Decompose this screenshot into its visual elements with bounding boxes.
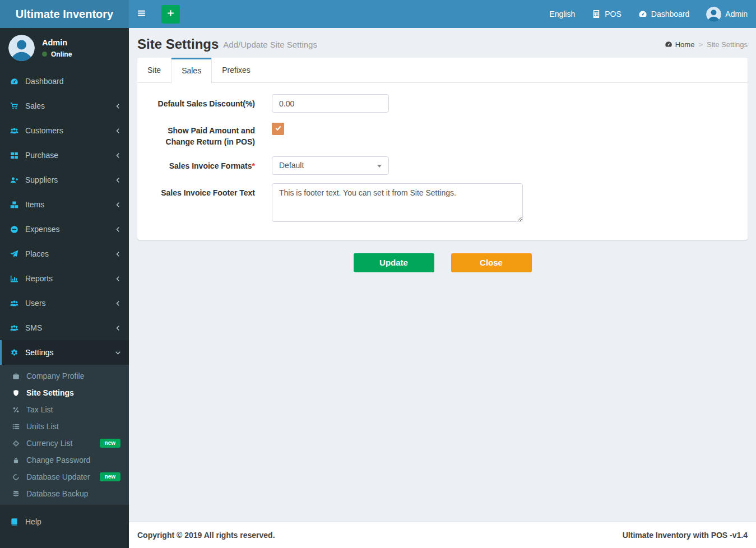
submenu-item-label: Database Updater: [26, 472, 90, 481]
sales-tab-content: Default Sales Discount(%) Show Paid Amou…: [137, 83, 748, 240]
sidebar-item-purchase[interactable]: Purchase: [0, 143, 129, 168]
sidebar-item-label: Suppliers: [25, 175, 58, 184]
user-avatar-icon: [706, 7, 721, 22]
app-root: Ultimate Inventory English POS Dashboard: [0, 0, 756, 548]
breadcrumb: Home > Site Settings: [665, 40, 748, 49]
sidebar-item-company-profile[interactable]: Company Profile: [0, 368, 129, 384]
briefcase-icon: [12, 373, 26, 380]
shield-icon: [12, 389, 26, 397]
sidebar-item-database-updater[interactable]: Database Updater new: [0, 468, 129, 485]
page-subtitle: Add/Update Site Settings: [223, 40, 317, 49]
chevron-left-icon: [115, 128, 121, 134]
submenu-item-label: Change Password: [26, 456, 90, 465]
user-name: Admin: [42, 38, 72, 47]
sidebar-item-currency-list[interactable]: Currency List new: [0, 435, 129, 452]
sales-invoice-footer-textarea[interactable]: This is footer text. You can set it from…: [272, 183, 523, 222]
online-status-dot: [42, 52, 47, 57]
quick-add-button[interactable]: [161, 5, 180, 24]
chevron-left-icon: [115, 276, 121, 282]
new-badge: new: [100, 472, 120, 481]
brand-logo[interactable]: Ultimate Inventory: [0, 0, 129, 28]
avatar: [8, 35, 35, 61]
database-icon: [12, 490, 26, 498]
default-sales-discount-input[interactable]: [272, 94, 389, 113]
chevron-left-icon: [115, 251, 121, 257]
status-label: Online: [51, 50, 72, 58]
form-row-invoice-format: Sales Invoice Formats* Default: [143, 156, 742, 175]
sidebar-item-places[interactable]: Places: [0, 242, 129, 266]
list-icon: [12, 423, 26, 430]
sidebar-item-label: Users: [25, 299, 46, 308]
cubes-icon: [10, 201, 25, 209]
submenu-item-label: Tax List: [26, 405, 53, 414]
sales-invoice-format-select[interactable]: Default: [272, 156, 389, 175]
show-paid-amount-label: Show Paid Amount and Change Return (in P…: [143, 121, 272, 148]
page-footer: Copyright © 2019 All rights reserved. Ul…: [129, 522, 756, 548]
sidebar-item-sms[interactable]: SMS: [0, 315, 129, 340]
submenu-item-label: Company Profile: [26, 371, 85, 380]
sidebar-item-site-settings[interactable]: Site Settings: [0, 384, 129, 401]
sales-invoice-footer-label: Sales Invoice Footer Text: [143, 183, 272, 198]
minus-circle-icon: [10, 225, 25, 234]
calculator-icon: [592, 10, 601, 18]
sidebar-item-database-backup[interactable]: Database Backup: [0, 485, 129, 502]
submenu-item-label: Database Backup: [26, 489, 89, 498]
content-header: Site Settings Add/Update Site Settings H…: [129, 28, 756, 58]
sidebar-item-customers[interactable]: Customers: [0, 118, 129, 143]
sidebar-item-reports[interactable]: Reports: [0, 266, 129, 291]
dashboard-label: Dashboard: [651, 10, 690, 18]
show-paid-amount-checkbox[interactable]: [272, 123, 284, 135]
chevron-down-icon: [115, 350, 121, 356]
dashboard-link[interactable]: Dashboard: [630, 0, 698, 28]
content-area: Site Settings Add/Update Site Settings H…: [129, 28, 756, 548]
circle-icon: [12, 473, 26, 481]
user-menu[interactable]: Admin: [698, 0, 756, 28]
tab-prefixes[interactable]: Prefixes: [212, 58, 261, 83]
pos-link[interactable]: POS: [583, 0, 630, 28]
sidebar-item-suppliers[interactable]: Suppliers: [0, 168, 129, 192]
chevron-left-icon: [115, 103, 121, 109]
chevron-left-icon: [115, 177, 121, 183]
close-button[interactable]: Close: [451, 253, 532, 272]
form-row-paid-amount: Show Paid Amount and Change Return (in P…: [143, 121, 742, 148]
user-panel: Admin Online: [0, 28, 129, 69]
update-button[interactable]: Update: [354, 253, 434, 272]
user-menu-label: Admin: [725, 10, 748, 18]
check-icon: [275, 124, 282, 133]
grid-icon: [10, 151, 25, 160]
user-plus-icon: [10, 176, 25, 184]
sidebar-item-settings[interactable]: Settings: [0, 340, 129, 365]
sidebar-item-label: Settings: [25, 348, 54, 357]
sidebar-item-help[interactable]: Help: [0, 509, 129, 534]
language-label: English: [549, 10, 575, 18]
sidebar-item-sales[interactable]: Sales: [0, 94, 129, 118]
language-menu[interactable]: English: [541, 0, 583, 28]
sidebar-item-users[interactable]: Users: [0, 291, 129, 315]
tab-sales[interactable]: Sales: [171, 58, 212, 83]
sidebar-item-expenses[interactable]: Expenses: [0, 217, 129, 242]
users-icon: [10, 299, 25, 308]
form-row-discount: Default Sales Discount(%): [143, 94, 742, 113]
sidebar-toggle-button[interactable]: [129, 0, 154, 28]
sidebar-item-dashboard[interactable]: Dashboard: [0, 69, 129, 94]
sidebar-item-label: Dashboard: [25, 77, 64, 86]
pos-label: POS: [605, 10, 622, 18]
chevron-left-icon: [115, 202, 121, 208]
cart-icon: [10, 102, 25, 110]
paper-plane-icon: [10, 250, 25, 258]
main-header: Ultimate Inventory English POS Dashboard: [0, 0, 756, 28]
breadcrumb-home[interactable]: Home: [665, 40, 695, 49]
tab-site[interactable]: Site: [137, 58, 171, 83]
sales-invoice-formats-label: Sales Invoice Formats*: [143, 156, 272, 171]
sidebar-item-items[interactable]: Items: [0, 192, 129, 217]
sidebar-item-units-list[interactable]: Units List: [0, 418, 129, 435]
sidebar-item-tax-list[interactable]: Tax List: [0, 401, 129, 418]
gauge-icon: [638, 10, 647, 18]
sidebar-item-change-password[interactable]: Change Password: [0, 452, 129, 468]
sidebar-item-label: Expenses: [25, 225, 59, 234]
sidebar: Admin Online Dashboard Sales Customers P…: [0, 28, 129, 548]
tab-bar: Site Sales Prefixes: [137, 58, 748, 83]
sidebar-item-label: Help: [25, 517, 41, 526]
hamburger-icon: [137, 8, 146, 20]
lock-icon: [12, 457, 26, 464]
